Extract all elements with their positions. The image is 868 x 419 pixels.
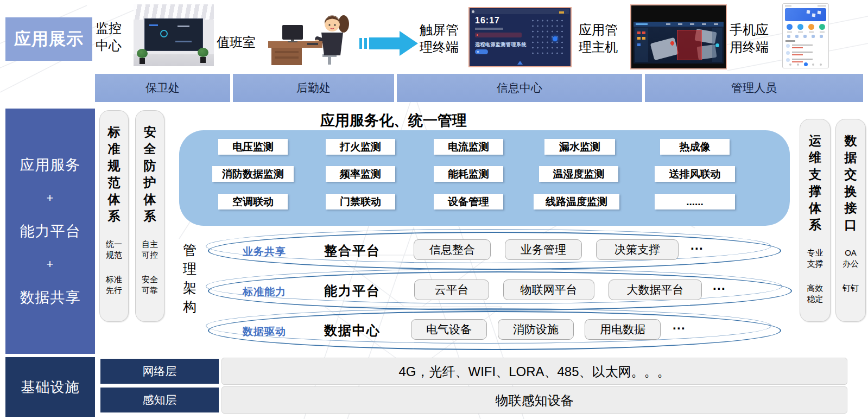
touch-clock: 16:17 [475, 16, 500, 26]
arrow-body [369, 37, 400, 49]
phone-status-right [818, 5, 826, 7]
touch-logo-icon [472, 10, 474, 13]
network-layer-label: 网络层 [100, 359, 219, 384]
app-display-label: 应用展示 [5, 17, 92, 61]
dept-bar-security: 保卫处 [95, 74, 230, 102]
duty-room-drawing [264, 5, 357, 66]
list-item-text [792, 45, 813, 46]
label-monitoring-center: 监控 中心 [96, 20, 122, 55]
room-ceiling [134, 4, 214, 20]
pillar-standards: 标准规范体系 统一 规范 标准 先行 [99, 110, 129, 322]
pillar-data-exchange: 数据交换接口 OA 办公 钉钉 [835, 119, 866, 322]
touch-calendar-today-dot [553, 36, 557, 41]
service-button: 漏水监测 [544, 139, 615, 155]
label-app-management-host: 应用管 理主机 [579, 21, 618, 56]
label-touchscreen-terminal: 触屏管 理终端 [420, 21, 459, 56]
app-icon [808, 24, 814, 30]
touch-calendar-grid [530, 18, 565, 54]
host-logo [636, 23, 648, 25]
label-mobile-app-terminal: 手机应 用终端 [730, 21, 769, 56]
touch-header-bar [471, 9, 569, 14]
service-button: 频率监测 [326, 166, 395, 182]
more-dots: ··· [690, 241, 704, 256]
pillar-item: 自主 可控 [142, 239, 158, 260]
app-icon [819, 24, 825, 30]
pillar-item: 安全 可靠 [142, 274, 158, 295]
plus-sign: + [47, 191, 54, 205]
label-duty-room: 值班室 [217, 34, 256, 51]
nav-dot [789, 64, 791, 66]
service-button: ...... [655, 194, 735, 210]
touch-up-triangle-icon [517, 61, 523, 65]
plus-sign: + [47, 257, 54, 271]
service-button: 门禁联动 [326, 194, 395, 210]
plant-icon [137, 49, 148, 64]
mini-icon [820, 35, 823, 38]
service-button: 空调联动 [218, 194, 288, 210]
mini-icon [787, 35, 790, 38]
pillar-security-protection: 安全防护体系 自主 可控 安全 可靠 [135, 110, 164, 322]
touch-alert-bar [475, 33, 522, 37]
platform-item-button: 消防设施 [498, 319, 574, 340]
app-caption [798, 31, 803, 33]
list-item-text [792, 52, 813, 53]
service-button: 能耗监测 [434, 166, 503, 182]
list-item-icon [786, 58, 790, 62]
perception-layer-content: 物联感知设备 [221, 386, 847, 414]
list-item-alert-text [792, 61, 803, 62]
phone-status-left [785, 5, 791, 7]
video-wall [144, 18, 203, 51]
management-architecture-label: 管理架构 [182, 240, 197, 316]
pillar-item: 钉钉 [842, 283, 859, 294]
platform-name: 数据中心 [324, 322, 381, 339]
platform-item-button: 电气设备 [411, 319, 487, 340]
host-left-panel [635, 28, 648, 62]
banner-art [818, 11, 821, 15]
nav-dot-active [804, 62, 808, 66]
platform-item-button: 物联网平台 [503, 280, 594, 300]
infrastructure-label: 基础设施 [5, 357, 95, 417]
dashboard-bar [175, 41, 192, 42]
service-button: 电流监测 [434, 139, 503, 155]
service-button: 送排风联动 [655, 166, 735, 182]
arrow-head [400, 31, 418, 56]
platform-item-button: 决策支撑 [596, 239, 679, 260]
pillar-item: 高效 稳定 [807, 283, 823, 304]
network-layer-content: 4G，光纤、WIFI、LORA、485、以太网。。。 [221, 358, 847, 385]
banner-art [807, 10, 810, 14]
service-button: 线路温度监测 [534, 194, 619, 210]
pillar-title: 标准规范体系 [107, 124, 122, 225]
platform-tag: 标准能力 [243, 285, 286, 299]
platform-item-button: 用电数据 [585, 319, 661, 340]
platform-name: 能力平台 [324, 282, 381, 300]
dashboard-bar [149, 24, 158, 26]
plant-icon [198, 48, 208, 63]
mini-icon [812, 35, 815, 38]
service-box-title: 应用服务化、统一管理 [296, 111, 491, 130]
list-item-icon [786, 44, 790, 48]
service-button: 电压监测 [218, 139, 288, 155]
arrow-tail-bar [359, 38, 362, 49]
monitoring-center-photo [134, 4, 214, 66]
dashboard-ring-icon [160, 30, 168, 37]
touch-calendar-tab [559, 11, 564, 14]
service-button: 打火监测 [326, 139, 395, 155]
flow-arrow-icon [359, 31, 418, 56]
status-dot-orange [637, 37, 641, 40]
pillar-item: 专业 支撑 [807, 247, 823, 269]
platform-name: 整合平台 [324, 242, 381, 259]
building-footprint [650, 37, 679, 61]
app-caption [787, 31, 792, 33]
platform-tag: 数据驱动 [243, 325, 286, 339]
service-button: 消防数据监测 [212, 166, 294, 182]
platform-item-button: 业务管理 [505, 239, 582, 260]
list-item-icon [786, 51, 790, 55]
sidebar-line: 应用服务 [20, 155, 81, 175]
banner-art [812, 14, 816, 17]
status-dot-red [637, 31, 641, 34]
mini-icon [803, 35, 807, 38]
nav-dot [820, 64, 822, 66]
app-management-host-screenshot [630, 4, 727, 69]
cyan-marker [715, 43, 719, 47]
perception-layer-label: 感知层 [100, 388, 219, 412]
